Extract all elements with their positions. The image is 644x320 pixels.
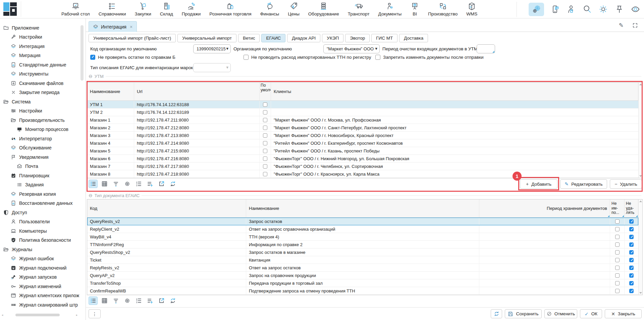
eye-button[interactable] — [630, 4, 641, 15]
sidebar-item[interactable]: Задания — [0, 180, 79, 190]
sidebar-item[interactable]: Почта — [0, 162, 79, 171]
no-delete-checkbox[interactable] — [629, 250, 634, 255]
open-external-button[interactable] — [157, 296, 166, 305]
no-import-checkbox[interactable] — [615, 250, 620, 255]
pin-button[interactable] — [614, 4, 625, 15]
search-button[interactable] — [582, 4, 592, 15]
ok-button[interactable]: ✓ ОК — [580, 309, 602, 318]
utm-clean-period-input[interactable] — [477, 44, 495, 53]
no-edit-checkbox[interactable] — [375, 55, 380, 60]
sidebar-item[interactable]: Интерпретатор — [0, 134, 79, 143]
sidebar-item[interactable]: Уведомления — [0, 152, 79, 162]
table-row[interactable]: Магазин 1 http://192.178.47.211:8080 "Ма… — [87, 116, 638, 124]
default-checkbox[interactable] — [263, 102, 267, 107]
table-row[interactable]: ReplyClient_v2 Ответ на запрос справочни… — [87, 225, 638, 233]
subtab-universal-import[interactable]: Универсальный импорт — [177, 34, 236, 42]
sidebar-item[interactable]: Миграция — [0, 51, 79, 60]
sidebar-horizontal-scrollbar[interactable]: ◂ ▸ — [1, 313, 78, 317]
save-button[interactable]: Сохранить — [505, 309, 542, 318]
table-row[interactable]: Ticket Квитанция — [87, 256, 638, 264]
subtab-ukep[interactable]: УКЭП — [322, 34, 343, 42]
subtab-gis-mt[interactable]: ГИС МТ — [371, 34, 397, 42]
sidebar-item[interactable]: Производительность — [0, 116, 79, 125]
default-checkbox[interactable] — [263, 118, 267, 122]
no-check-b-checkbox[interactable] — [90, 55, 95, 60]
menu-finance[interactable]: Финансы — [260, 2, 279, 16]
no-import-checkbox[interactable] — [615, 289, 620, 293]
no-delete-checkbox[interactable] — [629, 258, 634, 262]
brightness-button[interactable] — [598, 4, 608, 15]
default-checkbox[interactable] — [263, 172, 267, 176]
sidebar-horizontal-scrollbar-thumb[interactable] — [15, 314, 60, 316]
utm-col-url[interactable]: Url — [134, 83, 260, 100]
sidebar-item[interactable]: Журнал подключений — [0, 263, 79, 273]
scroll-down-icon[interactable] — [639, 175, 642, 177]
org-code-select[interactable]: 139900920215 ▾ — [193, 44, 231, 53]
menu-equipment[interactable]: Оборудование — [308, 2, 339, 16]
utm-col-clients[interactable]: Клиенты — [271, 83, 638, 100]
edit-button[interactable]: ✎ Редактировать — [560, 179, 607, 189]
scroll-right-icon[interactable]: ▸ — [75, 313, 78, 317]
sidebar-item[interactable]: Настройки — [0, 33, 79, 42]
menu-documents[interactable]: Документы — [378, 2, 402, 16]
no-delete-checkbox[interactable] — [629, 289, 634, 293]
sidebar-item[interactable]: Политика безопасности — [0, 236, 79, 245]
cancel-button[interactable]: Отменить — [544, 309, 577, 318]
refresh-button[interactable] — [491, 309, 502, 318]
no-expense-checkbox[interactable] — [244, 55, 249, 60]
default-checkbox[interactable] — [263, 126, 267, 130]
add-button[interactable]: + Добавить — [520, 179, 557, 189]
collapse-icon[interactable]: ⊖ — [89, 193, 93, 198]
sidebar-item[interactable]: Журналы — [0, 245, 79, 254]
add-row-list-button[interactable] — [146, 180, 155, 188]
default-checkbox[interactable] — [263, 133, 267, 138]
sidebar-item[interactable]: Инструменты — [0, 70, 79, 79]
more-actions-button[interactable]: ⋮ — [89, 309, 101, 318]
table-row[interactable]: TTNInformF2Reg Информация по справке 2 — [87, 241, 638, 248]
table-row[interactable]: Магазин 6 http://192.178.47.216:8080 "Фь… — [87, 155, 638, 163]
scroll-down-icon[interactable] — [639, 292, 642, 294]
table-row[interactable]: Магазин 3 http://192.178.47.213:8080 "Ма… — [87, 132, 638, 139]
sidebar-item[interactable]: Резервная копия — [0, 189, 79, 199]
sidebar-item[interactable]: Журнал изменений — [0, 282, 79, 291]
subtab-vetis[interactable]: Ветис — [238, 34, 260, 42]
doc-col-name[interactable]: Наименование — [246, 199, 479, 217]
sidebar-item[interactable]: Закрытие периода — [0, 88, 79, 97]
no-delete-checkbox[interactable] — [629, 219, 634, 224]
utm-table-scrollbar[interactable] — [638, 83, 642, 178]
utm-col-default[interactable]: По умолча... — [260, 83, 271, 100]
table-row[interactable]: УТМ 2 http://176.74.14.122:63189 — [87, 108, 638, 116]
open-external-button[interactable] — [157, 180, 166, 188]
no-import-checkbox[interactable] — [615, 242, 620, 247]
sidebar-item[interactable]: Монитор процессов — [0, 125, 79, 134]
no-import-checkbox[interactable] — [615, 219, 620, 224]
messages-button[interactable] — [549, 4, 560, 15]
doc-col-period[interactable]: Период хранения документов — [479, 199, 610, 217]
subtab-dostavka[interactable]: Доставка — [399, 34, 428, 42]
sidebar-item[interactable]: Пользователи — [0, 217, 79, 227]
subtab-egais[interactable]: ЕГАИС — [261, 34, 285, 42]
doc-table-scrollbar[interactable] — [638, 199, 642, 295]
tab-integration[interactable]: Интеграция × — [89, 21, 137, 32]
sidebar-item[interactable]: Планировщик — [0, 171, 79, 180]
no-delete-checkbox[interactable] — [629, 273, 634, 278]
table-row[interactable]: QueryRestsShop_v2 Запрос остатков в мага… — [87, 248, 638, 256]
filter-button[interactable] — [111, 296, 120, 305]
tab-close-icon[interactable]: × — [130, 24, 132, 30]
utm-col-name[interactable]: Наименование — [87, 83, 134, 100]
fullscreen-icon[interactable] — [632, 22, 638, 28]
table-row[interactable]: ConfirmRepealWB Подтверждение запроса на… — [87, 287, 638, 295]
no-delete-checkbox[interactable] — [629, 242, 634, 247]
sidebar-item[interactable]: Журнал ошибок — [0, 254, 79, 264]
menu-purchases[interactable]: Закупки — [135, 2, 151, 16]
no-import-checkbox[interactable] — [615, 227, 620, 231]
table-settings-button[interactable] — [123, 296, 132, 305]
table-settings-button[interactable] — [123, 180, 132, 188]
table-row[interactable]: WayBill_v4 ТТН (версия 4) — [87, 233, 638, 241]
menu-bi[interactable]: BI — [410, 2, 419, 16]
delete-button[interactable]: − Удалить — [610, 179, 642, 189]
default-checkbox[interactable] — [263, 141, 267, 145]
subtab-diadoc-api[interactable]: Диадок API — [287, 34, 320, 42]
sidebar-item[interactable]: Доступ — [0, 208, 79, 217]
table-row[interactable]: QueryRests_v2 Запрос остатков — [87, 218, 638, 225]
